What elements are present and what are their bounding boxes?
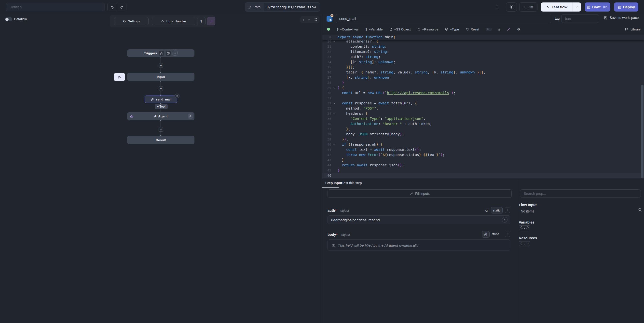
code-line[interactable]: 41 const text = await response.text(); (322, 147, 641, 152)
dataflow-toggle[interactable] (5, 17, 12, 21)
code-line[interactable]: 35 "Content-Type": "application/json", (322, 116, 641, 121)
code-line[interactable]: 45} (322, 168, 641, 173)
ai-agent-label: AI Agent (154, 114, 168, 118)
code-line[interactable]: 46 (322, 173, 641, 178)
code-line[interactable]: 32 const response = await fetch(url, { (322, 101, 641, 106)
test-flow-button[interactable]: Test flow (541, 3, 572, 12)
body-mode-ai[interactable]: AI (482, 231, 490, 237)
required-asterisk: * (335, 209, 336, 212)
currency-button[interactable]: $ (197, 17, 206, 25)
code-line[interactable]: 22 filename?: string; (322, 49, 641, 54)
code-line[interactable]: 38 body: JSON.stringify(body), (322, 132, 641, 137)
auth-value-input[interactable] (328, 215, 510, 224)
code-line[interactable]: 37 }, (322, 127, 641, 132)
tab-step-input[interactable]: Step Input (325, 181, 342, 185)
search-icon[interactable] (638, 208, 642, 212)
remove-tool-button[interactable]: × (175, 94, 180, 98)
resources-object-chip[interactable]: {...} (519, 241, 530, 246)
node-send-mail[interactable]: send_mail (144, 96, 177, 103)
robot-icon (130, 114, 134, 118)
code-line[interactable]: 44 return await response.json(); (322, 163, 641, 168)
code-line[interactable]: 25 }[]; (322, 65, 641, 70)
node-ai-agent[interactable]: AI Agent a (127, 112, 194, 120)
add-trigger-button[interactable]: + (172, 51, 178, 56)
code-line[interactable]: 21 content?: string; (322, 44, 641, 49)
flow-summary-input[interactable] (6, 3, 105, 11)
auth-mode-static[interactable]: static (491, 207, 502, 213)
play-icon (546, 6, 550, 9)
path-edit[interactable]: Path (245, 3, 264, 11)
save-to-workspace-button[interactable]: Save to workspace (604, 16, 638, 20)
add-s3-object-button[interactable]: +S3 Object (389, 28, 410, 31)
webhook-trigger-button[interactable] (159, 51, 164, 56)
auth-plug-button[interactable] (505, 208, 510, 213)
code-line[interactable]: 33 method: "POST", (322, 106, 641, 111)
zoom-in-button[interactable]: + (302, 18, 304, 22)
editor-settings-button[interactable]: ⚙ (517, 27, 520, 31)
tag-input[interactable] (561, 14, 599, 23)
ai-assistant-button[interactable] (207, 17, 215, 25)
add-context-var-button[interactable]: $ +Context var (336, 28, 359, 31)
code-line[interactable]: 23 path?: string; (322, 54, 641, 60)
flow-input-section-title: Flow Input (519, 203, 536, 207)
test-flow-dropdown-button[interactable] (572, 3, 581, 12)
code-line[interactable]: 40 if (!response.ok) { (322, 142, 641, 147)
editor-toggle[interactable] (486, 28, 492, 31)
code-line[interactable]: 42 throw new Error(`${response.status} $… (322, 152, 641, 157)
email-trigger-button[interactable] (166, 51, 171, 56)
step-name-input[interactable] (336, 14, 551, 23)
triggers-label: Triggers (144, 51, 157, 55)
library-button[interactable]: Library (625, 24, 640, 35)
tab-underline (322, 187, 339, 188)
node-triggers[interactable]: Triggers + (127, 49, 194, 57)
body-plug-button[interactable] (505, 232, 510, 237)
code-line[interactable]: 29) { (322, 85, 641, 90)
deploy-button[interactable]: Deploy (614, 3, 638, 12)
path-chip[interactable]: Path u/farhadglbs/grand_flow (245, 3, 320, 12)
body-mode-static[interactable]: static (492, 232, 499, 236)
docs-button[interactable] (506, 3, 517, 12)
fill-inputs-button[interactable]: Fill inputs (328, 189, 512, 198)
run-input-button[interactable] (114, 73, 125, 81)
draft-button[interactable]: Draft ⌘S (585, 3, 610, 12)
code-line[interactable]: 39 }); (322, 137, 641, 142)
insert-step-button[interactable]: + (158, 86, 163, 91)
add-variable-button[interactable]: $ +Variable (365, 28, 382, 31)
code-line[interactable]: 28 } (322, 80, 641, 85)
code-line[interactable]: 34 headers: { (322, 111, 641, 116)
redo-button[interactable] (117, 3, 126, 11)
undo-button[interactable] (108, 3, 117, 11)
editor-scrollbar[interactable] (641, 85, 644, 178)
diff-mode-button[interactable]: ± (498, 28, 500, 31)
diff-button[interactable]: ± Diff (519, 3, 538, 12)
variables-object-chip[interactable]: {...} (519, 225, 530, 230)
code-line[interactable]: 43 } (322, 157, 641, 163)
add-type-button[interactable]: +Type (445, 28, 459, 31)
zoom-out-button[interactable]: − (308, 18, 310, 22)
search-prop-input[interactable] (520, 189, 641, 198)
input-label: Input (157, 75, 165, 79)
node-result[interactable]: Result (127, 136, 194, 144)
add-resource-button[interactable]: +Resource (418, 28, 438, 31)
settings-button[interactable]: ⚙ Settings (114, 17, 148, 25)
error-handler-button[interactable]: Error Handler (152, 17, 195, 25)
insert-step-button[interactable]: + (158, 127, 163, 132)
code-line[interactable]: 24 [k: string]: unknown; (322, 60, 641, 65)
auth-mode-ai[interactable]: AI (483, 208, 489, 214)
reset-button[interactable]: Reset (466, 28, 479, 31)
auth-clear-button[interactable]: × (502, 217, 508, 222)
add-tool-button[interactable]: + Tool (155, 104, 168, 109)
fit-view-icon[interactable] (314, 18, 318, 21)
code-line[interactable]: 27 [k: string]: unknown; (322, 75, 641, 80)
code-line[interactable]: 26 tags?: { name?: string; value?: strin… (322, 70, 641, 75)
code-editor[interactable]: 20 attachments?: {21 content?: string;22… (322, 35, 644, 179)
code-line[interactable]: 36 Authorization: "Bearer " + auth.token… (322, 121, 641, 127)
dollar-icon: $ (200, 20, 202, 23)
more-menu-button[interactable]: ⋮ (494, 4, 500, 10)
tab-test-this-step[interactable]: Test this step (342, 181, 362, 185)
code-line[interactable]: 30 const url = new URL(`https://api.rese… (322, 90, 641, 96)
node-input[interactable]: Input (127, 73, 194, 81)
insert-step-button[interactable]: + (158, 63, 163, 68)
code-line[interactable]: 31 (322, 96, 641, 101)
ai-gen-button[interactable] (507, 28, 510, 31)
